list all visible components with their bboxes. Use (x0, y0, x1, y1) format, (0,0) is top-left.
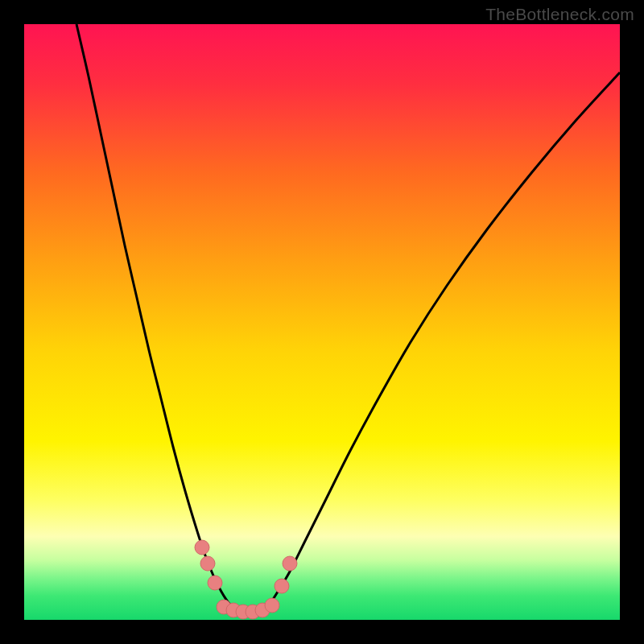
data-marker (208, 576, 222, 590)
data-marker (265, 598, 279, 613)
data-markers (195, 540, 297, 619)
chart-container: TheBottleneck.com (0, 0, 644, 644)
curve-layer (24, 24, 620, 620)
data-marker (283, 556, 297, 571)
data-marker (275, 579, 289, 593)
bottleneck-curve (76, 24, 620, 614)
data-marker (200, 556, 215, 571)
data-marker (195, 540, 209, 555)
plot-area (24, 24, 620, 620)
watermark-text: TheBottleneck.com (485, 5, 634, 24)
